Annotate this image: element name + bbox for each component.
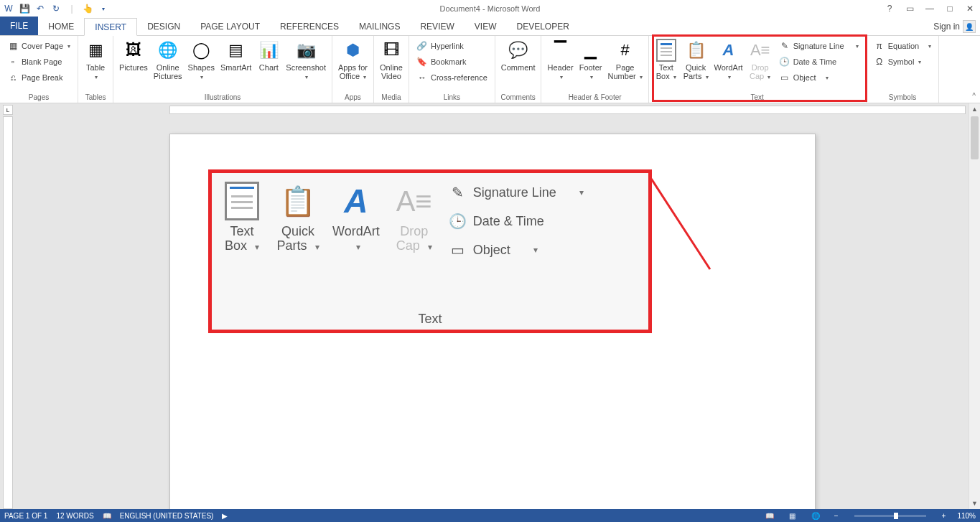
view-web-icon[interactable]: 🌐 bbox=[808, 511, 823, 521]
quick-parts-button[interactable]: 📋Quick Parts ▾ bbox=[681, 37, 711, 83]
bookmark-button[interactable]: 🔖Bookmark bbox=[414, 55, 490, 69]
scroll-up-icon[interactable]: ▲ bbox=[969, 103, 980, 115]
header-button[interactable]: ▔Header▾ bbox=[544, 37, 576, 83]
smartart-button[interactable]: ▤SmartArt bbox=[218, 37, 254, 73]
help-icon[interactable]: ? bbox=[882, 3, 897, 14]
group-tables: ▦ Table▾ Tables bbox=[78, 36, 113, 103]
scroll-thumb[interactable] bbox=[971, 116, 979, 159]
signature-line-button[interactable]: ✎Signature Line ▾ bbox=[776, 39, 862, 53]
drop-cap-button[interactable]: A≡Drop Cap ▾ bbox=[746, 37, 775, 83]
screenshot-button[interactable]: 📷Screenshot▾ bbox=[283, 37, 329, 83]
apps-for-office-button[interactable]: ⬢Apps for Office ▾ bbox=[335, 37, 370, 83]
sign-in-link[interactable]: Sign in 👤 bbox=[933, 20, 976, 33]
undo-icon[interactable]: ↶ bbox=[34, 3, 46, 14]
callout-object[interactable]: ▭Object ▾ bbox=[449, 241, 584, 259]
vertical-ruler[interactable] bbox=[3, 116, 13, 509]
zoom-slider[interactable] bbox=[854, 515, 926, 517]
table-button[interactable]: ▦ Table▾ bbox=[81, 37, 110, 83]
status-macro-icon[interactable]: ▶ bbox=[222, 512, 228, 520]
tab-file[interactable]: FILE bbox=[0, 17, 38, 35]
pictures-icon: 🖼 bbox=[122, 39, 145, 62]
ribbon-options-icon[interactable]: ▭ bbox=[902, 3, 917, 14]
footer-button[interactable]: ▁Footer▾ bbox=[577, 37, 605, 83]
callout-date-time-icon: 🕒 bbox=[449, 212, 467, 230]
close-icon[interactable]: ✕ bbox=[963, 3, 977, 14]
shapes-button[interactable]: ◯Shapes▾ bbox=[185, 37, 218, 83]
comment-button[interactable]: 💬Comment bbox=[498, 37, 538, 73]
status-proofing-icon[interactable]: 📖 bbox=[103, 512, 111, 520]
group-links-label: Links bbox=[412, 92, 492, 103]
callout-drop-cap[interactable]: A≡ Drop Cap ▾ bbox=[393, 180, 436, 253]
blank-page-button[interactable]: ▫Blank Page bbox=[4, 55, 73, 69]
ruler-corner-icon[interactable]: L bbox=[3, 105, 13, 115]
tab-developer[interactable]: DEVELOPER bbox=[506, 17, 579, 35]
zoom-in-button[interactable]: + bbox=[939, 512, 949, 520]
status-page[interactable]: PAGE 1 OF 1 bbox=[4, 512, 47, 520]
tab-design[interactable]: DESIGN bbox=[137, 17, 190, 35]
callout-quick-parts[interactable]: 📋 Quick Parts ▾ bbox=[276, 180, 319, 253]
callout-date-time[interactable]: 🕒Date & Time bbox=[449, 212, 584, 230]
view-print-icon[interactable]: ▦ bbox=[785, 511, 800, 521]
signature-icon: ✎ bbox=[779, 40, 790, 52]
redo-icon[interactable]: ↻ bbox=[50, 3, 62, 14]
group-links: 🔗Hyperlink 🔖Bookmark ↔Cross-reference Li… bbox=[409, 36, 495, 103]
view-read-icon[interactable]: 📖 bbox=[762, 511, 777, 521]
hyperlink-button[interactable]: 🔗Hyperlink bbox=[414, 39, 490, 53]
bookmark-icon: 🔖 bbox=[416, 56, 428, 67]
group-header-footer: ▔Header▾ ▁Footer▾ #Page Number ▾ Header … bbox=[541, 36, 648, 103]
tab-mailings[interactable]: MAILINGS bbox=[349, 17, 410, 35]
callout-object-icon: ▭ bbox=[449, 241, 467, 259]
touch-mode-icon[interactable]: 👆 bbox=[82, 3, 93, 14]
wordart-button[interactable]: AWordArt▾ bbox=[711, 37, 746, 83]
tab-insert[interactable]: INSERT bbox=[84, 18, 137, 36]
page-number-button[interactable]: #Page Number ▾ bbox=[605, 37, 645, 83]
qat-customize-icon[interactable]: ▾ bbox=[98, 3, 109, 14]
tab-references[interactable]: REFERENCES bbox=[270, 17, 349, 35]
status-words[interactable]: 12 WORDS bbox=[56, 512, 93, 520]
footer-icon: ▁ bbox=[579, 39, 602, 62]
callout-text-box[interactable]: Text Box ▾ bbox=[220, 180, 263, 253]
cover-page-button[interactable]: ▦Cover Page▾ bbox=[4, 39, 73, 53]
save-icon[interactable]: 💾 bbox=[19, 3, 30, 14]
tab-view[interactable]: VIEW bbox=[465, 17, 507, 35]
online-video-button[interactable]: 🎞Online Video bbox=[377, 37, 406, 82]
horizontal-ruler: L bbox=[0, 103, 980, 116]
title-bar: W 💾 ↶ ↻ | 👆 ▾ Document4 - Microsoft Word… bbox=[0, 0, 980, 17]
cross-reference-button[interactable]: ↔Cross-reference bbox=[414, 70, 490, 85]
tab-review[interactable]: REVIEW bbox=[410, 17, 464, 35]
object-button[interactable]: ▭Object ▾ bbox=[776, 70, 862, 85]
tab-home[interactable]: HOME bbox=[38, 17, 84, 35]
minimize-icon[interactable]: — bbox=[923, 3, 937, 14]
text-box-button[interactable]: Text Box ▾ bbox=[652, 37, 681, 83]
page-number-icon: # bbox=[614, 39, 637, 62]
smartart-icon: ▤ bbox=[225, 39, 248, 62]
cover-page-icon: ▦ bbox=[7, 40, 19, 52]
status-language[interactable]: ENGLISH (UNITED STATES) bbox=[120, 512, 214, 520]
group-apps: ⬢Apps for Office ▾ Apps bbox=[332, 36, 374, 103]
maximize-icon[interactable]: □ bbox=[943, 3, 957, 14]
group-tables-label: Tables bbox=[81, 92, 110, 103]
callout-signature-line[interactable]: ✎Signature Line ▾ bbox=[449, 183, 584, 202]
symbol-icon: Ω bbox=[874, 56, 885, 67]
comment-icon: 💬 bbox=[507, 39, 530, 62]
chart-button[interactable]: 📊Chart bbox=[254, 37, 283, 73]
online-pictures-button[interactable]: 🌐Online Pictures bbox=[151, 37, 185, 82]
equation-button[interactable]: πEquation ▾ bbox=[871, 39, 935, 53]
callout-text-group: Text Box ▾ 📋 Quick Parts ▾ A WordArt▾ A≡… bbox=[208, 169, 652, 333]
callout-wordart[interactable]: A WordArt▾ bbox=[332, 180, 380, 253]
zoom-level[interactable]: 110% bbox=[957, 512, 976, 520]
ruler-h-track[interactable] bbox=[169, 106, 966, 114]
scroll-down-icon[interactable]: ▼ bbox=[969, 498, 980, 509]
pictures-button[interactable]: 🖼Pictures bbox=[116, 37, 151, 73]
symbol-button[interactable]: ΩSymbol ▾ bbox=[871, 55, 935, 69]
hyperlink-icon: 🔗 bbox=[416, 40, 428, 52]
header-icon: ▔ bbox=[549, 39, 572, 62]
zoom-out-button[interactable]: − bbox=[831, 512, 841, 520]
collapse-ribbon-icon[interactable]: ^ bbox=[971, 90, 977, 101]
video-icon: 🎞 bbox=[380, 39, 403, 62]
tab-page-layout[interactable]: PAGE LAYOUT bbox=[190, 17, 270, 35]
date-time-button[interactable]: 🕒Date & Time bbox=[776, 55, 862, 69]
page-break-button[interactable]: ⎌Page Break bbox=[4, 70, 73, 85]
vertical-scrollbar[interactable]: ▲ ▼ bbox=[969, 103, 980, 509]
zoom-thumb[interactable] bbox=[894, 513, 898, 519]
